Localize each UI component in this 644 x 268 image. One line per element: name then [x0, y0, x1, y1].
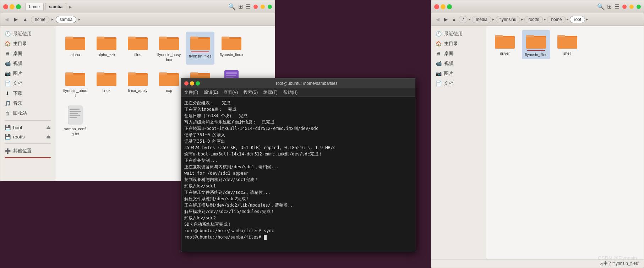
sidebar-item-music[interactable]: 🎵 音乐: [0, 98, 55, 108]
right-window-max-icon[interactable]: [637, 5, 641, 9]
sidebar-item-recent[interactable]: 🕐 最近使用: [0, 29, 55, 39]
view-toggle-icon[interactable]: ⊞: [238, 3, 243, 10]
forward-button[interactable]: ▶: [12, 16, 20, 23]
file-item-samba_config_txt[interactable]: samba_config.txt: [61, 103, 89, 139]
breadcrumb-home[interactable]: home: [31, 16, 49, 23]
right-sidebar-item-home[interactable]: 🏠 主目录: [431, 39, 486, 49]
new-tab-button[interactable]: ▸: [69, 4, 72, 10]
svg-rect-49: [526, 37, 546, 49]
sidebar-item-picture[interactable]: 📷 图片: [0, 69, 55, 78]
right-breadcrumb-rootfs[interactable]: rootfs: [524, 16, 543, 23]
term-menu-edit[interactable]: 编辑(E): [204, 89, 218, 95]
right-file-item-flynnsin_files[interactable]: flynnsin_files: [522, 30, 550, 59]
svg-rect-46: [495, 37, 515, 49]
music-icon: 🎵: [5, 100, 10, 106]
sidebar-item-desktop[interactable]: 🖥 桌面: [0, 49, 55, 59]
sidebar-item-download[interactable]: ⬇ 下载: [0, 88, 55, 98]
menu-icon[interactable]: ☰: [246, 3, 251, 10]
right-breadcrumb-flynnsinu[interactable]: flynnsinu: [496, 16, 520, 23]
sidebar-item-document[interactable]: 📄 文档: [0, 78, 55, 88]
file-item-alpha_zzk[interactable]: alpha_zzk: [92, 32, 121, 65]
sidebar-item-home[interactable]: 🏠 主目录: [0, 39, 55, 49]
right-selection-underline: [527, 50, 545, 51]
svg-rect-40: [70, 111, 81, 112]
right-back-button[interactable]: ◀: [434, 16, 441, 23]
right-file-item-shell[interactable]: shell: [553, 30, 582, 59]
picture-icon: 📷: [5, 71, 10, 76]
desktop-icon: 🖥: [5, 51, 10, 56]
eject-boot-icon[interactable]: ⏏: [46, 125, 51, 130]
term-min-button[interactable]: [190, 81, 194, 86]
sidebar-item-trash[interactable]: 🗑 回收站: [0, 108, 55, 118]
right-close-button[interactable]: [434, 4, 439, 9]
term-menu-file[interactable]: 文件(F): [184, 89, 198, 95]
search-icon[interactable]: 🔍: [228, 3, 235, 10]
term-close-button[interactable]: [184, 81, 189, 86]
window-close-icon[interactable]: [253, 5, 258, 9]
right-forward-button[interactable]: ▶: [442, 16, 449, 23]
file-item-files[interactable]: files: [124, 32, 152, 65]
parent-button[interactable]: ▲: [22, 16, 29, 23]
close-button[interactable]: [3, 4, 8, 9]
file-item-alpha[interactable]: alpha: [61, 32, 89, 65]
right-maximize-button[interactable]: [447, 4, 452, 9]
term-menu-help[interactable]: 帮助(H): [283, 89, 298, 95]
terminal-line: root@ubuntu:/home/samba/files#: [184, 234, 412, 240]
right-breadcrumb-root[interactable]: /: [459, 16, 468, 23]
right-menu-icon[interactable]: ☰: [615, 3, 620, 10]
term-menu-search[interactable]: 搜索(S): [244, 89, 258, 95]
right-sidebar-item-desktop[interactable]: 🖥 桌面: [431, 49, 486, 59]
right-minimize-button[interactable]: [441, 4, 446, 9]
file-item-flynnsin_files[interactable]: flynnsin_files: [186, 32, 214, 65]
right-window-close-icon[interactable]: [622, 5, 627, 9]
sidebar-item-other[interactable]: ➕ 其他位置: [0, 146, 55, 156]
file-item-flynnsin_busybox[interactable]: flynnsin_busybox: [155, 32, 183, 65]
window-min-icon[interactable]: [261, 5, 265, 9]
term-menu-terminal[interactable]: 终端(T): [263, 89, 277, 95]
folder-icon-alpha_zzk: [97, 34, 116, 51]
right-picture-icon: 📷: [436, 71, 441, 76]
breadcrumb-samba[interactable]: samba: [56, 16, 76, 23]
tab-home[interactable]: home: [25, 3, 44, 10]
trash-icon: 🗑: [5, 110, 10, 116]
sidebar-item-rootfs[interactable]: 💾 rootfs ⏏: [0, 132, 55, 141]
file-item-nxp[interactable]: nxp: [155, 67, 183, 100]
tab-samba[interactable]: samba: [45, 3, 66, 10]
right-sidebar-item-picture[interactable]: 📷 图片: [431, 69, 486, 78]
minimize-button[interactable]: [10, 4, 15, 9]
sidebar-red-line: [5, 157, 51, 158]
file-item-flynnsin_linux[interactable]: flynnsin_linux: [217, 32, 246, 65]
right-parent-button[interactable]: ▲: [451, 16, 458, 23]
right-breadcrumb-media[interactable]: media: [472, 16, 491, 23]
right-breadcrumb-root-dir[interactable]: root: [570, 16, 585, 23]
file-item-flynnsin_uboot[interactable]: flynnsin_uboot: [61, 67, 89, 100]
right-window-min-icon[interactable]: [629, 5, 634, 9]
sidebar-item-boot[interactable]: 💾 boot ⏏: [0, 123, 55, 132]
eject-rootfs-icon[interactable]: ⏏: [46, 134, 51, 140]
file-item-linux[interactable]: linux: [92, 67, 121, 100]
right-sidebar-item-video[interactable]: 📹 视频: [431, 59, 486, 69]
terminal-content[interactable]: 正在分配组表： 完成正在写入inode表： 完成创建日志（16384 个块） 完…: [181, 97, 415, 252]
back-button[interactable]: ◀: [3, 16, 10, 23]
svg-rect-52: [557, 37, 577, 49]
right-sidebar-item-recent[interactable]: 🕐 最近使用: [431, 29, 486, 39]
right-folder-icon-shell: [557, 32, 577, 49]
terminal-line: 正在烧写u-boot-imx6ull-14x14-ddr512-emmc.imx…: [184, 125, 412, 132]
file-label-flynnsin_busybox: flynnsin_busybox: [157, 52, 181, 62]
file-label-alpha_zzk: alpha_zzk: [98, 52, 115, 57]
term-max-button[interactable]: [196, 81, 200, 86]
window-max-icon[interactable]: [268, 5, 272, 9]
right-clock-icon: 🕐: [436, 31, 441, 37]
breadcrumb-sep: ▸: [51, 17, 54, 22]
right-file-item-driver[interactable]: driver: [491, 30, 519, 59]
term-menu-view[interactable]: 查看(V): [224, 89, 238, 95]
sidebar-item-video[interactable]: 📹 视频: [0, 59, 55, 69]
right-folder-icon-driver: [495, 32, 515, 49]
right-sidebar-item-document[interactable]: 📄 文档: [431, 78, 486, 88]
maximize-button[interactable]: [16, 4, 21, 9]
right-breadcrumb-home[interactable]: home: [547, 16, 566, 23]
right-view-icon[interactable]: ⊞: [607, 3, 612, 10]
terminal-line: 记录了351+0 的写出: [184, 138, 412, 144]
file-item-linxu_apply[interactable]: linxu_apply: [124, 67, 152, 100]
right-search-icon[interactable]: 🔍: [597, 3, 604, 10]
